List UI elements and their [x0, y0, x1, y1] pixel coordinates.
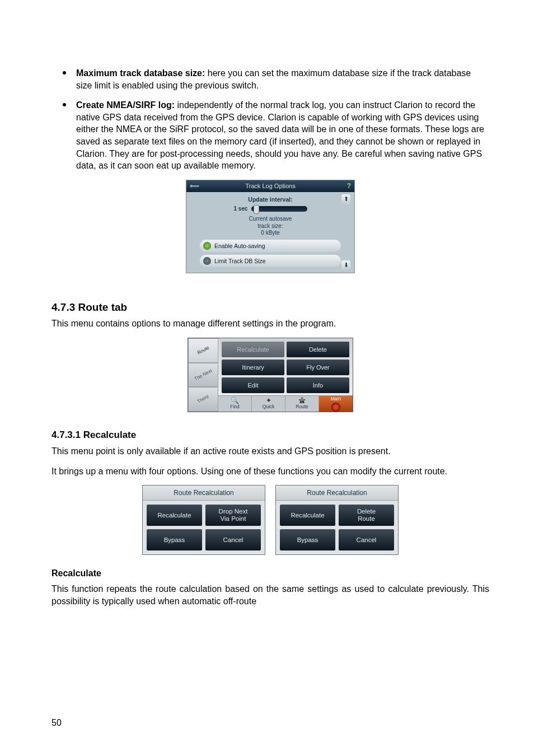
tracklog-options-figure: ⟸ Track Log Options ? Update interval: 1… [186, 180, 355, 273]
bullet-lead: Maximum track database size: [76, 68, 205, 78]
autosave-line3: 0 kByte [192, 230, 349, 237]
bottom-quick[interactable]: ✦ Quick [252, 396, 285, 412]
main-circle-icon [331, 403, 340, 412]
bullet-lead: Create NMEA/SIRF log: [76, 100, 175, 110]
recalc-title: Route Recalculation [143, 486, 265, 501]
heading-473: 4.7.3 Route tab [51, 300, 489, 315]
bottom-route-label: Route [296, 404, 308, 410]
delete-button[interactable]: Delete [287, 342, 349, 357]
tracklog-title: Track Log Options [245, 183, 295, 189]
route-icon: 🛣 [299, 397, 306, 404]
heading-recalculate: Recalculate [51, 567, 489, 580]
bullet-dot [63, 103, 66, 106]
route-recalc-dialog-left: Route Recalculation Recalculate Drop Nex… [142, 485, 265, 555]
p-recalculate: This function repeats the route calculat… [51, 583, 489, 607]
info-button[interactable]: Info [287, 377, 349, 393]
scroll-down-icon[interactable]: ⬇ [341, 260, 350, 270]
route-tab-figure: Route The Next There Recalculate Delete … [188, 338, 353, 412]
enable-autosaving-label: Enable Auto-saving [214, 242, 265, 250]
itinerary-button[interactable]: Itinerary [222, 360, 284, 375]
spark-icon: ✦ [266, 397, 271, 404]
bottom-find[interactable]: 🔍 Find [218, 396, 252, 412]
bullet-dot [63, 71, 66, 74]
autosave-info: Current autosave track size: 0 kByte [192, 216, 349, 237]
heading-4731: 4.7.3.1 Recalculate [51, 429, 489, 442]
bypass-button[interactable]: Bypass [147, 529, 202, 550]
seconds-label: 1 sec [233, 205, 247, 213]
side-tab-thenext[interactable]: The Next [188, 363, 218, 388]
cancel-button[interactable]: Cancel [205, 529, 261, 550]
delete-route-button[interactable]: Delete Route [339, 505, 394, 526]
recalculate-button[interactable]: Recalculate [222, 342, 284, 357]
recalculate-button[interactable]: Recalculate [280, 505, 335, 526]
drop-next-via-button[interactable]: Drop Next Via Point [205, 505, 261, 526]
p-4731-1: This menu point is only available if an … [51, 445, 489, 458]
bullet-list: Maximum track database size: here you ca… [51, 67, 489, 172]
toggle-off-icon [203, 257, 211, 265]
tracklog-title-bar: ⟸ Track Log Options ? [186, 180, 354, 192]
bottom-route[interactable]: 🛣 Route [285, 396, 319, 412]
route-recalc-dialog-right: Route Recalculation Recalculate Delete R… [275, 485, 399, 555]
bypass-button[interactable]: Bypass [280, 529, 335, 550]
p-4731-2: It brings up a menu with four options. U… [51, 465, 489, 478]
magnifier-icon: 🔍 [231, 397, 239, 404]
bullet-body: independently of the normal track log, y… [76, 100, 484, 170]
back-icon[interactable]: ⟸ [190, 181, 199, 190]
recalc-title: Route Recalculation [276, 486, 398, 501]
help-icon[interactable]: ? [347, 181, 351, 190]
limit-trackdb-label: Limit Track DB Size [214, 257, 266, 265]
page-number: 50 [51, 717, 62, 729]
side-tab-route[interactable]: Route [188, 338, 218, 363]
flyover-button[interactable]: Fly Over [287, 360, 349, 375]
autosave-line1: Current autosave [192, 216, 349, 223]
limit-trackdb-toggle[interactable]: Limit Track DB Size [200, 255, 341, 267]
bottom-main[interactable]: Main [319, 396, 353, 412]
bullet-text: Create NMEA/SIRF log: independently of t… [76, 99, 489, 172]
update-interval-label: Update interval: [192, 195, 349, 203]
bullet-text: Maximum track database size: here you ca… [76, 67, 489, 91]
bottom-find-label: Find [230, 404, 240, 410]
recalculate-button[interactable]: Recalculate [147, 505, 202, 526]
cancel-button[interactable]: Cancel [339, 529, 394, 550]
scroll-up-icon[interactable]: ⬆ [341, 194, 350, 204]
edit-button[interactable]: Edit [222, 377, 284, 393]
toggle-on-icon [203, 242, 211, 250]
enable-autosaving-toggle[interactable]: Enable Auto-saving [200, 240, 341, 252]
autosave-line2: track size: [192, 223, 349, 230]
bottom-quick-label: Quick [263, 404, 275, 410]
side-tab-there[interactable]: There [188, 387, 218, 412]
update-interval-slider[interactable] [251, 206, 307, 212]
bottom-main-label: Main [331, 396, 341, 402]
intro-473: This menu contains options to manage dif… [51, 318, 489, 330]
